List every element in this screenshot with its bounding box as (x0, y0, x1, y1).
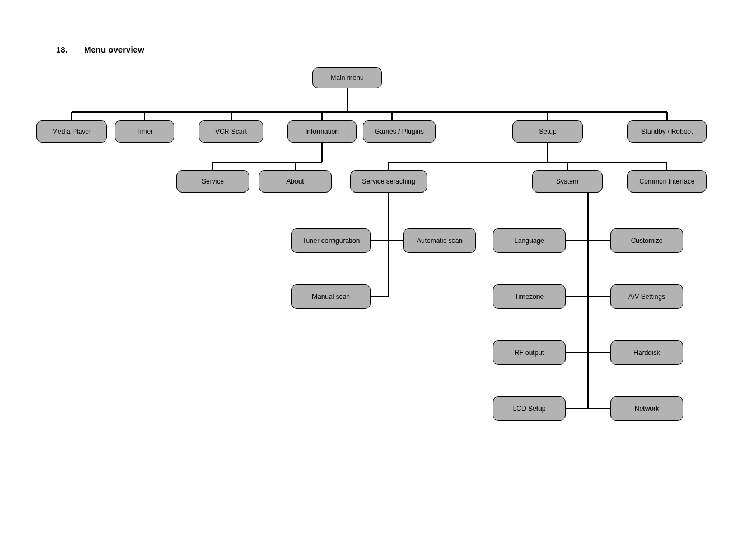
node-service: Service (176, 170, 249, 193)
heading-title: Menu overview (84, 45, 144, 54)
node-vcr-scart: VCR Scart (199, 120, 263, 143)
node-standby-reboot: Standby / Reboot (627, 120, 707, 143)
node-games-plugins: Games / Plugins (363, 120, 436, 143)
node-rf-output: RF output (493, 340, 566, 365)
node-manual-scan: Manual scan (291, 284, 371, 309)
node-lcd-setup: LCD Setup (493, 396, 566, 421)
node-timer: Timer (115, 120, 174, 143)
node-information: Information (287, 120, 357, 143)
node-main-menu: Main menu (312, 67, 382, 88)
heading: 18. Menu overview (56, 45, 144, 54)
node-language: Language (493, 228, 566, 253)
node-common-interface: Common Interface (627, 170, 707, 193)
node-system: System (532, 170, 603, 193)
node-timezone: Timezone (493, 284, 566, 309)
node-service-searching: Service seraching (350, 170, 427, 193)
node-about: About (259, 170, 332, 193)
heading-number: 18. (56, 45, 68, 54)
node-tuner-configuration: Tuner configuration (291, 228, 371, 253)
node-network: Network (610, 396, 683, 421)
node-setup: Setup (512, 120, 583, 143)
node-harddisk: Harddisk (610, 340, 683, 365)
node-media-player: Media Player (36, 120, 107, 143)
node-customize: Customize (610, 228, 683, 253)
node-automatic-scan: Automatic scan (403, 228, 476, 253)
node-av-settings: A/V Settings (610, 284, 683, 309)
